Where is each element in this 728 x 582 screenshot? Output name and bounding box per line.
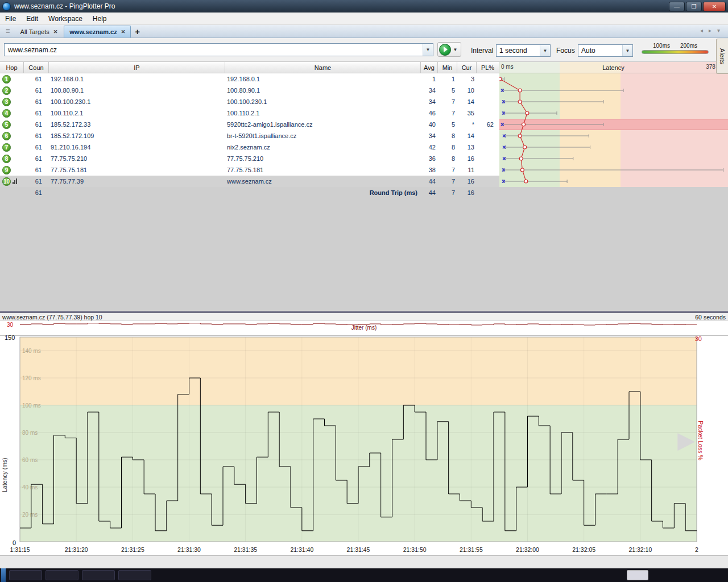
col-latency[interactable]: 0 ms Latency 378 ms: [499, 62, 728, 73]
col-cur[interactable]: Cur: [457, 62, 477, 73]
name-cell: nix2.seznam.cz: [225, 142, 421, 153]
ip-cell: 100.100.230.1: [49, 96, 225, 107]
taskbar-item-active[interactable]: [627, 570, 648, 580]
menu-help[interactable]: Help: [88, 14, 112, 24]
table-row[interactable]: 86177.75.75.21077.75.75.21036816: [0, 153, 728, 164]
tab-scroll-left-icon[interactable]: ◂: [700, 27, 703, 34]
col-pl[interactable]: PL%: [477, 62, 499, 73]
hop-number-badge: 9: [2, 166, 11, 174]
interval-select[interactable]: 1 second ▼: [496, 44, 551, 57]
table-row[interactable]: 106177.75.77.39www.seznam.cz44716: [0, 176, 728, 187]
trace-table-header: Hop Coun IP Name Avg Min Cur PL% 0 ms La…: [0, 62, 728, 73]
menu-edit[interactable]: Edit: [21, 14, 43, 24]
col-avg[interactable]: Avg: [421, 62, 438, 73]
combo-dropdown-icon[interactable]: ▼: [423, 44, 433, 56]
ip-cell: 192.168.0.1: [49, 73, 225, 85]
live-edge-arrow-icon: ▶: [677, 427, 695, 453]
new-tab-button[interactable]: +: [131, 27, 144, 38]
col-hop[interactable]: Hop: [0, 62, 24, 73]
legend-100ms: 100ms: [653, 43, 670, 49]
tab-bar: ≡ All Targets✕www.seznam.cz✕ + ◂ ▸ ▾: [0, 25, 728, 38]
timegraph-header: www.seznam.cz (77.75.77.39) hop 10 60 se…: [0, 313, 728, 321]
menu-workspace[interactable]: Workspace: [43, 14, 88, 24]
table-row[interactable]: 96177.75.75.18177.75.75.18138711: [0, 164, 728, 176]
maximize-button[interactable]: ❐: [686, 2, 702, 11]
time-tick-label: 21:32:00: [516, 546, 539, 553]
tab-www-seznam-cz[interactable]: www.seznam.cz✕: [64, 26, 131, 38]
col-min[interactable]: Min: [438, 62, 457, 73]
latency-color-legend: 100ms 200ms: [642, 43, 709, 54]
latency-zone-cell: [499, 142, 728, 153]
tab-overflow-icon[interactable]: ▾: [717, 27, 720, 34]
packet-loss-cell: [477, 73, 499, 85]
tab-scroll-right-icon[interactable]: ▸: [709, 27, 712, 34]
count-cell: 61: [24, 107, 49, 119]
alerts-side-tab[interactable]: Alerts: [716, 39, 728, 74]
time-tick-label: 21:32:10: [628, 546, 652, 553]
hamburger-icon[interactable]: ≡: [0, 27, 15, 38]
table-row[interactable]: 361100.100.230.1100.100.230.134714: [0, 96, 728, 107]
cur-cell: 14: [457, 96, 477, 107]
minimize-button[interactable]: —: [669, 2, 685, 11]
min-cell: 8: [438, 142, 457, 153]
hop-number-badge: 8: [2, 155, 11, 163]
start-trace-button[interactable]: [439, 44, 451, 56]
latency-zone-cell: [499, 85, 728, 96]
latency-time-graph[interactable]: 140 ms120 ms100 ms80 ms60 ms40 ms20 ms 1…: [0, 336, 728, 545]
min-cell: 1: [438, 73, 457, 85]
legend-gradient-bar: [642, 50, 709, 54]
taskbar-item[interactable]: [82, 570, 115, 580]
menu-file[interactable]: File: [0, 14, 21, 24]
jitter-scale-max: 30: [7, 322, 13, 328]
jitter-graph[interactable]: 30 Jitter (ms): [0, 321, 728, 336]
latency-zone-cell: [499, 107, 728, 119]
col-ip[interactable]: IP: [49, 62, 225, 73]
table-row[interactable]: 261100.80.90.1100.80.90.134510: [0, 85, 728, 96]
cur-cell: 16: [457, 153, 477, 164]
col-name[interactable]: Name: [225, 62, 421, 73]
name-cell: br-t-5920t1.ispalliance.cz: [225, 130, 421, 142]
svg-text:100 ms: 100 ms: [22, 402, 41, 409]
svg-text:20 ms: 20 ms: [22, 512, 38, 518]
count-cell: 61: [24, 85, 49, 96]
close-button[interactable]: ✕: [703, 2, 726, 11]
table-row[interactable]: 461100.110.2.1100.110.2.146735: [0, 107, 728, 119]
target-value: www.seznam.cz: [5, 46, 423, 54]
target-combobox[interactable]: www.seznam.cz ▼: [4, 43, 433, 56]
tab-close-icon[interactable]: ✕: [121, 29, 126, 35]
count-cell: 61: [24, 176, 49, 187]
latency-zone-cell: [499, 119, 728, 130]
start-button[interactable]: [1, 568, 6, 582]
packet-loss-cell: 62: [477, 119, 499, 130]
window-controls: — ❐ ✕: [669, 2, 726, 11]
table-row[interactable]: 161192.168.0.1192.168.0.1113: [0, 73, 728, 85]
tab-all-targets[interactable]: All Targets✕: [15, 26, 64, 38]
name-cell: 100.80.90.1: [225, 85, 421, 96]
focus-dropdown-icon[interactable]: ▼: [622, 45, 632, 56]
table-row[interactable]: 76191.210.16.194nix2.seznam.cz42813: [0, 142, 728, 153]
hop-number-badge: 5: [2, 120, 11, 129]
trace-empty-area: [0, 198, 728, 311]
taskbar-item[interactable]: [46, 570, 78, 580]
timegraph-range[interactable]: 60 seconds: [695, 314, 726, 321]
tab-close-icon[interactable]: ✕: [53, 29, 58, 35]
min-cell: 5: [438, 119, 457, 130]
table-row[interactable]: 661185.52.172.109br-t-5920t1.ispalliance…: [0, 130, 728, 142]
focus-select[interactable]: Auto ▼: [578, 44, 633, 57]
trace-options-dropdown-icon[interactable]: ▼: [451, 47, 460, 52]
avg-cell: 34: [421, 130, 438, 142]
count-cell: 61: [24, 153, 49, 164]
hop-number-badge: 3: [2, 98, 11, 106]
table-row[interactable]: 561185.52.172.335920ttc2-amigo1.ispallia…: [0, 119, 728, 130]
taskbar-item[interactable]: [9, 570, 42, 580]
count-cell: 61: [24, 73, 49, 85]
min-cell: 7: [438, 96, 457, 107]
interval-dropdown-icon[interactable]: ▼: [540, 45, 550, 56]
focus-value: Auto: [578, 47, 622, 55]
window-title: www.seznam.cz - PingPlotter Pro: [14, 2, 669, 10]
col-count[interactable]: Coun: [24, 62, 49, 73]
jitter-graph-label: Jitter (ms): [351, 325, 377, 331]
taskbar-item[interactable]: [118, 570, 151, 580]
packet-loss-scale-max: 30: [695, 335, 702, 342]
interval-value: 1 second: [497, 47, 540, 55]
